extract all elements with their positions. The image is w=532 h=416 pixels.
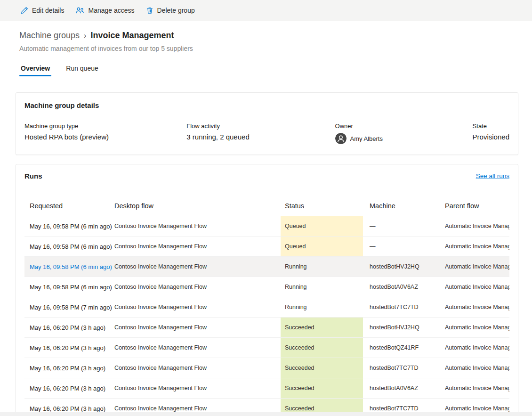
manage-access-label: Manage access — [88, 7, 134, 14]
table-row[interactable]: May 16, 09:58 PM (6 min ago) Contoso Inv… — [24, 277, 509, 297]
field-value: Hosted RPA bots (preview) — [24, 133, 186, 141]
cell-requested[interactable]: May 16, 09:58 PM (6 min ago) — [24, 257, 114, 277]
edit-details-button[interactable]: Edit details — [15, 2, 70, 18]
cell-parent-flow: Automatic Invoice Manage... — [445, 277, 509, 297]
field-label: Flow activity — [186, 122, 335, 130]
page-header: Machine groups › Invoice Management Auto… — [0, 30, 532, 53]
cell-parent-flow: Automatic Invoice Manage... — [445, 216, 509, 236]
owner-name: Amy Alberts — [350, 135, 383, 142]
table-row[interactable]: May 16, 06:20 PM (3 h ago) Contoso Invoi… — [24, 338, 509, 358]
cell-desktop-flow: Contoso Invoice Management Flow — [114, 358, 281, 378]
field-label: Machine group type — [24, 122, 186, 130]
cell-status: Succeeded — [281, 378, 363, 398]
cell-desktop-flow: Contoso Invoice Management Flow — [114, 297, 281, 317]
edit-details-label: Edit details — [32, 7, 64, 14]
horizontal-scrollbar[interactable] — [0, 412, 532, 416]
cell-status: Running — [281, 277, 363, 297]
cell-machine: hostedBotA0V6AZ — [363, 378, 445, 398]
cell-desktop-flow: Contoso Invoice Management Flow — [114, 277, 281, 297]
cell-desktop-flow: Contoso Invoice Management Flow — [114, 237, 281, 256]
column-header-machine[interactable]: Machine — [363, 196, 445, 216]
cell-parent-flow: Automatic Invoice Manage... — [445, 297, 509, 317]
state-value: Provisioned — [473, 133, 509, 141]
column-header-desktop-flow[interactable]: Desktop flow — [114, 196, 281, 216]
runs-card: Runs See all runs Requested Desktop flow… — [16, 164, 518, 416]
cell-machine: hostedBot7TC7TD — [363, 297, 445, 317]
cell-status: Queued — [281, 216, 363, 236]
column-header-status[interactable]: Status — [281, 196, 363, 216]
avatar — [335, 133, 347, 144]
cell-desktop-flow: Contoso Invoice Management Flow — [114, 216, 281, 236]
delete-icon — [146, 7, 153, 14]
page-title: Invoice Management — [90, 30, 174, 41]
machine-group-details-card: Machine group details Machine group type… — [16, 92, 518, 155]
cell-requested[interactable]: May 16, 06:20 PM (3 h ago) — [24, 358, 114, 378]
cell-machine: hostedBotQZ41RF — [363, 338, 445, 358]
tab-bar: Overview Run queue — [19, 60, 532, 76]
cell-machine: — — [363, 237, 445, 256]
field-state: State Provisioned — [473, 122, 509, 144]
cell-status: Running — [281, 257, 363, 277]
cell-parent-flow: Automatic Invoice Manage... — [445, 318, 509, 337]
field-label: State — [473, 122, 509, 130]
cell-status: Running — [281, 297, 363, 317]
table-header-row: Requested Desktop flow Status Machine Pa… — [24, 196, 509, 216]
field-flow-activity: Flow activity 3 running, 2 queued — [186, 122, 335, 144]
field-machine-group-type: Machine group type Hosted RPA bots (prev… — [24, 122, 186, 144]
table-row[interactable]: May 16, 06:20 PM (3 h ago) Contoso Invoi… — [24, 318, 509, 338]
cell-desktop-flow: Contoso Invoice Management Flow — [114, 378, 281, 398]
cell-requested[interactable]: May 16, 09:58 PM (6 min ago) — [24, 216, 114, 236]
tab-overview[interactable]: Overview — [19, 60, 51, 76]
table-row[interactable]: May 16, 09:58 PM (6 min ago) Contoso Inv… — [24, 257, 509, 277]
cell-requested[interactable]: May 16, 09:58 PM (6 min ago) — [24, 277, 114, 297]
field-owner: Owner Amy Alberts — [335, 122, 473, 144]
field-value: 3 running, 2 queued — [186, 133, 335, 141]
runs-card-title: Runs — [24, 172, 509, 180]
cell-status: Succeeded — [281, 318, 363, 337]
cell-parent-flow: Automatic Invoice Manage... — [445, 378, 509, 398]
field-label: Owner — [335, 122, 473, 130]
cell-machine: hostedBotHVJ2HQ — [363, 318, 445, 337]
cell-parent-flow: Automatic Invoice Manage... — [445, 237, 509, 256]
table-row[interactable]: May 16, 09:58 PM (6 min ago) Contoso Inv… — [24, 237, 509, 257]
cell-parent-flow: Automatic Invoice Manage... — [445, 358, 509, 378]
cell-status: Queued — [281, 237, 363, 256]
cell-status: Succeeded — [281, 358, 363, 378]
see-all-runs-link[interactable]: See all runs — [476, 172, 509, 179]
delete-group-label: Delete group — [157, 7, 195, 14]
cell-status: Succeeded — [281, 338, 363, 358]
cell-machine: hostedBot7TC7TD — [363, 358, 445, 378]
cell-desktop-flow: Contoso Invoice Management Flow — [114, 338, 281, 358]
table-row[interactable]: May 16, 06:20 PM (3 h ago) Contoso Invoi… — [24, 358, 509, 378]
manage-access-button[interactable]: Manage access — [70, 2, 140, 18]
manage-access-icon — [75, 7, 84, 14]
cell-requested[interactable]: May 16, 06:20 PM (3 h ago) — [24, 378, 114, 398]
cell-machine: hostedBotA0V6AZ — [363, 277, 445, 297]
cell-requested[interactable]: May 16, 06:20 PM (3 h ago) — [24, 318, 114, 337]
cell-desktop-flow: Contoso Invoice Management Flow — [114, 257, 281, 277]
cell-machine: hostedBotHVJ2HQ — [363, 257, 445, 277]
column-header-requested[interactable]: Requested — [24, 196, 114, 216]
cell-requested[interactable]: May 16, 09:58 PM (6 min ago) — [24, 237, 114, 256]
breadcrumb-separator-icon: › — [84, 30, 86, 41]
delete-group-button[interactable]: Delete group — [140, 2, 201, 18]
breadcrumb-machine-groups[interactable]: Machine groups — [19, 30, 80, 41]
cell-requested[interactable]: May 16, 06:20 PM (3 h ago) — [24, 338, 114, 358]
column-header-parent-flow[interactable]: Parent flow — [445, 196, 509, 216]
runs-table-body: May 16, 09:58 PM (6 min ago) Contoso Inv… — [24, 216, 509, 416]
details-card-title: Machine group details — [24, 101, 509, 109]
table-row[interactable]: May 16, 06:20 PM (3 h ago) Contoso Invoi… — [24, 378, 509, 399]
tab-run-queue[interactable]: Run queue — [64, 60, 100, 76]
breadcrumb: Machine groups › Invoice Management — [19, 30, 532, 41]
runs-table: Requested Desktop flow Status Machine Pa… — [24, 196, 509, 416]
table-row[interactable]: May 16, 09:58 PM (7 min ago) Contoso Inv… — [24, 297, 509, 318]
details-fields: Machine group type Hosted RPA bots (prev… — [24, 122, 509, 144]
cell-parent-flow: Automatic Invoice Manage... — [445, 257, 509, 277]
cell-parent-flow: Automatic Invoice Manage... — [445, 338, 509, 358]
cell-desktop-flow: Contoso Invoice Management Flow — [114, 318, 281, 337]
cell-machine: — — [363, 216, 445, 236]
owner-value: Amy Alberts — [335, 133, 473, 144]
command-bar: Edit details Manage access Delete group — [0, 0, 532, 21]
table-row[interactable]: May 16, 09:58 PM (6 min ago) Contoso Inv… — [24, 216, 509, 237]
cell-requested[interactable]: May 16, 09:58 PM (7 min ago) — [24, 297, 114, 317]
